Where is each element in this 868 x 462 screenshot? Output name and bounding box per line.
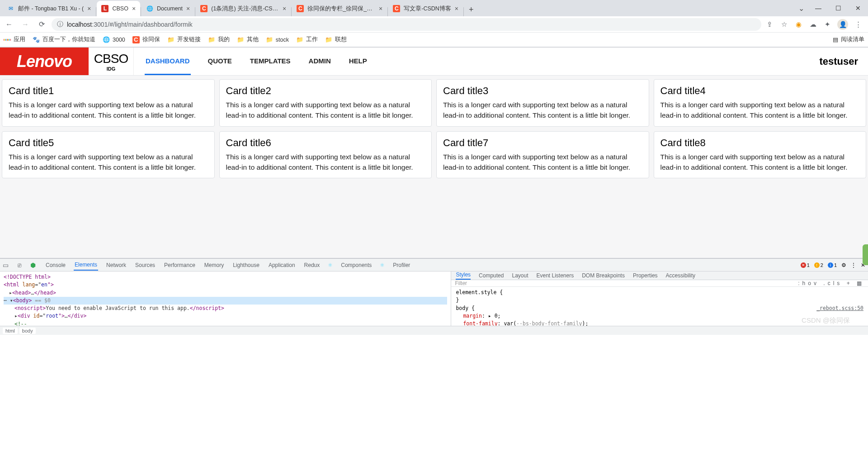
- vue-icon[interactable]: ⬢: [30, 262, 38, 269]
- hov-toggle[interactable]: :hov: [798, 280, 819, 286]
- tab-memory[interactable]: Memory: [203, 260, 225, 270]
- warning-badge[interactable]: !2: [814, 262, 823, 268]
- tab-search-icon[interactable]: ⌄: [794, 0, 808, 16]
- tab-lighthouse[interactable]: Lighthouse: [232, 260, 260, 270]
- bookmark-star-icon[interactable]: ☆: [779, 20, 788, 29]
- main-nav: DASHBOARD QUOTE TEMPLATES ADMIN HELP: [134, 48, 368, 75]
- subtab-listeners[interactable]: Event Listeners: [536, 272, 574, 279]
- bookmark-3000[interactable]: 🌐3000: [103, 36, 125, 43]
- tab-console[interactable]: Console: [45, 260, 66, 270]
- maximize-button[interactable]: ☐: [828, 0, 848, 16]
- tab-application[interactable]: Application: [268, 260, 296, 270]
- close-icon[interactable]: ×: [283, 5, 286, 12]
- react-icon: ⚛: [328, 262, 333, 268]
- extension-icon[interactable]: ◉: [794, 20, 803, 29]
- close-icon[interactable]: ×: [132, 5, 136, 12]
- styles-filter-input[interactable]: Filter: [455, 280, 467, 286]
- bookmark-folder-work[interactable]: 📁工作: [296, 36, 318, 43]
- side-handle[interactable]: [863, 244, 868, 265]
- tab-profiler[interactable]: Profiler: [392, 260, 411, 270]
- card-title: Card title8: [660, 137, 860, 149]
- nav-admin[interactable]: ADMIN: [308, 48, 332, 75]
- forward-button[interactable]: →: [19, 18, 32, 31]
- close-icon[interactable]: ×: [379, 5, 382, 12]
- globe-icon: 🌐: [146, 5, 153, 12]
- cls-toggle[interactable]: .cls: [823, 280, 842, 286]
- subtab-props[interactable]: Properties: [633, 272, 658, 279]
- bookmark-folder-dev[interactable]: 📁开发链接: [167, 36, 201, 43]
- tab-elements[interactable]: Elements: [74, 260, 98, 271]
- minimize-button[interactable]: —: [808, 0, 828, 16]
- tab-document[interactable]: 🌐 Document ×: [142, 1, 194, 16]
- bookmark-folder-other[interactable]: 📁其他: [237, 36, 259, 43]
- tab-title: Document: [157, 5, 183, 12]
- lenovo-icon: L: [101, 5, 108, 12]
- apps-shortcut[interactable]: 应用: [4, 36, 25, 43]
- url-port: :3001: [92, 21, 108, 28]
- extensions-icon[interactable]: ✦: [823, 20, 832, 29]
- error-badge[interactable]: ✕1: [801, 262, 810, 268]
- style-rules[interactable]: element.style { } _reboot.scss:50body { …: [451, 287, 868, 326]
- back-button[interactable]: ←: [3, 18, 15, 31]
- tab-sources[interactable]: Sources: [134, 260, 156, 270]
- url-host: localhost: [67, 21, 92, 28]
- tab-csdn-col[interactable]: C 徐同保的专栏_徐同保_CSD ×: [292, 1, 387, 16]
- tab-cbso[interactable]: L CBSO ×: [97, 1, 140, 16]
- card-title: Card title6: [226, 137, 425, 149]
- close-window-button[interactable]: ✕: [848, 0, 868, 16]
- address-bar: ← → ⟳ ⓘ localhost:3001/#/light/main/dash…: [0, 16, 868, 33]
- nav-templates[interactable]: TEMPLATES: [249, 48, 292, 75]
- subtab-layout[interactable]: Layout: [512, 272, 528, 279]
- inspect-icon[interactable]: ▭: [3, 262, 10, 269]
- menu-icon[interactable]: ⋮: [854, 20, 863, 29]
- tab-network[interactable]: Network: [105, 260, 127, 270]
- csdn-icon: C: [393, 5, 400, 12]
- dom-tree[interactable]: <!DOCTYPE html> <html lang="en"> ▸<head>…: [0, 271, 451, 326]
- subtab-styles[interactable]: Styles: [456, 271, 471, 280]
- tab-outlook[interactable]: ✉ 邮件 - Tongbao TB1 Xu - ( ×: [3, 1, 95, 16]
- close-icon[interactable]: ×: [455, 5, 458, 12]
- subtab-dombp[interactable]: DOM Breakpoints: [582, 272, 625, 279]
- subtab-a11y[interactable]: Accessibility: [666, 272, 695, 279]
- card-body: This is a longer card with supporting te…: [226, 152, 425, 173]
- profile-avatar[interactable]: 👤: [837, 19, 848, 30]
- share-icon[interactable]: ⇪: [765, 20, 774, 29]
- settings-icon[interactable]: ⚙: [841, 262, 846, 268]
- tab-redux[interactable]: Redux: [303, 260, 321, 270]
- reload-button[interactable]: ⟳: [35, 18, 48, 31]
- new-tab-button[interactable]: +: [464, 3, 478, 16]
- computed-panel-icon[interactable]: ▦: [857, 280, 864, 286]
- device-toolbar-icon[interactable]: ⎚: [18, 262, 23, 269]
- browser-chrome: ✉ 邮件 - Tongbao TB1 Xu - ( × L CBSO × 🌐 D…: [0, 0, 868, 48]
- csdn-icon: C: [200, 5, 208, 12]
- nav-dashboard[interactable]: DASHBOARD: [145, 48, 191, 75]
- breadcrumb[interactable]: html body: [0, 326, 868, 335]
- bookmark-folder-my[interactable]: 📁我的: [208, 36, 230, 43]
- nav-quote[interactable]: QUOTE: [207, 48, 233, 75]
- user-label[interactable]: testuser: [819, 48, 868, 75]
- bookmark-folder-stock[interactable]: 📁stock: [266, 36, 289, 43]
- tab-csdn-write[interactable]: C 写文章-CSDN博客 ×: [388, 1, 463, 16]
- tab-components[interactable]: Components: [340, 260, 373, 270]
- apps-icon: [4, 36, 11, 43]
- bookmark-xutongbao[interactable]: C徐同保: [132, 36, 160, 43]
- subtab-computed[interactable]: Computed: [479, 272, 504, 279]
- url-input[interactable]: ⓘ localhost:3001/#/light/main/dashboard/…: [52, 18, 761, 31]
- tab-performance[interactable]: Performance: [163, 260, 196, 270]
- tab-csdn-msg[interactable]: C (1条消息) 关注-消息-CSDN ×: [196, 1, 291, 16]
- tab-title: CBSO: [112, 5, 128, 12]
- nav-help[interactable]: HELP: [348, 48, 368, 75]
- new-style-icon[interactable]: +: [847, 280, 853, 286]
- bookmark-folder-lenovo[interactable]: 📁联想: [325, 36, 347, 43]
- close-icon[interactable]: ×: [186, 5, 190, 12]
- card: Card title6This is a longer card with su…: [219, 131, 432, 179]
- info-badge[interactable]: i1: [828, 262, 837, 268]
- reading-list-button[interactable]: ▤阅读清单: [833, 36, 864, 43]
- tab-strip: ✉ 邮件 - Tongbao TB1 Xu - ( × L CBSO × 🌐 D…: [0, 0, 868, 16]
- extension-icon[interactable]: ☁: [808, 20, 817, 29]
- site-info-icon[interactable]: ⓘ: [57, 20, 63, 29]
- bookmark-baidu[interactable]: 🐾百度一下，你就知道: [33, 36, 95, 43]
- card: Card title3This is a longer card with su…: [436, 79, 649, 127]
- more-icon[interactable]: ⋮: [851, 262, 856, 268]
- close-icon[interactable]: ×: [87, 5, 91, 12]
